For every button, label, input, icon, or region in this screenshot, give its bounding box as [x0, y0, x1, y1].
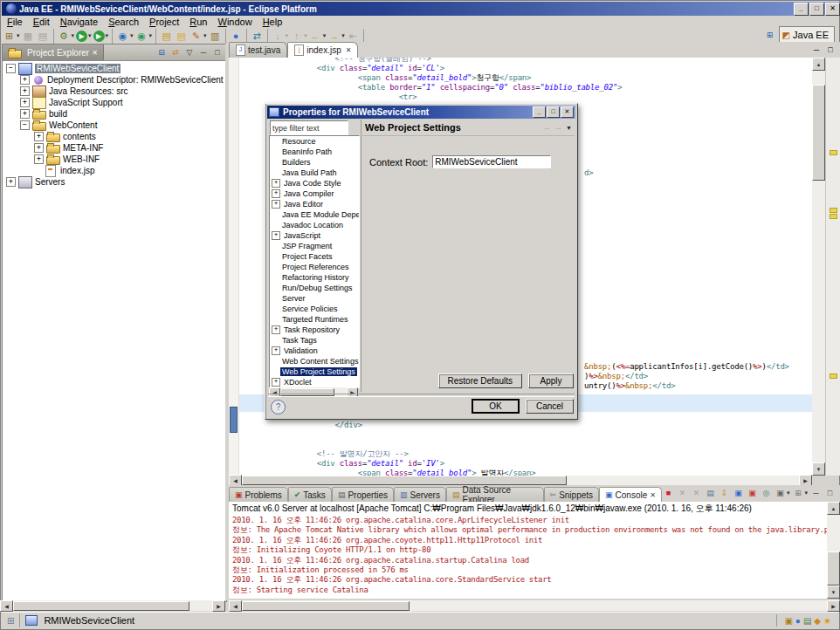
dialog-tree-item-resource[interactable]: Resource: [270, 136, 359, 147]
dropdown-arrow-icon[interactable]: ▾: [88, 32, 92, 39]
run-button[interactable]: ▶▾: [75, 29, 93, 43]
search-icon[interactable]: ●: [795, 616, 801, 626]
scroll-left-arrow[interactable]: ◀: [229, 600, 242, 612]
maximize-editor-icon[interactable]: □: [824, 44, 837, 55]
image-icon[interactable]: ▤: [803, 616, 811, 626]
scroll-thumb[interactable]: [812, 85, 825, 181]
code-line[interactable]: <!-- 청구항(클레임) -->: [239, 58, 807, 64]
scroll-up-arrow[interactable]: ▲: [827, 502, 840, 515]
tree-item-webcontent[interactable]: −WebContent: [3, 120, 226, 131]
scroll-thumb[interactable]: [13, 601, 189, 611]
expand-icon[interactable]: +: [272, 231, 280, 240]
dialog-tree-item-service-policies[interactable]: Service Policies: [270, 304, 359, 314]
dialog-tree-item-java-editor[interactable]: +Java Editor: [270, 199, 359, 209]
show-stderr-button[interactable]: ▣: [746, 486, 759, 500]
occurrence-marker[interactable]: [830, 150, 837, 155]
titlebar[interactable]: Java EE - RMIWebSeviceClient/WebContent/…: [2, 2, 840, 16]
collapse-icon[interactable]: −: [20, 120, 30, 130]
dialog-tree-item-jsp-fragment[interactable]: JSP Fragment: [270, 241, 359, 251]
dropdown-arrow-icon[interactable]: ▾: [203, 32, 207, 39]
scroll-up-arrow[interactable]: ▲: [812, 58, 825, 71]
close-tab-icon[interactable]: ✕: [650, 491, 656, 499]
dialog-tree-item-project-references[interactable]: Project References: [270, 262, 359, 272]
scroll-thumb[interactable]: [242, 601, 410, 611]
dropdown-arrow-icon[interactable]: ▾: [72, 32, 75, 39]
compass-icon[interactable]: ★: [823, 616, 831, 626]
code-line[interactable]: [239, 440, 807, 449]
dropdown-arrow-icon[interactable]: ▾: [304, 32, 307, 39]
scroll-left-arrow[interactable]: ◀: [0, 600, 13, 612]
dialog-tree-item-server[interactable]: Server: [270, 293, 359, 304]
synchronize-button[interactable]: ⇄: [250, 29, 265, 43]
dialog-tree-item-xdoclet[interactable]: +XDoclet: [270, 377, 359, 387]
console-horizontal-scrollbar[interactable]: ◀ ▶: [229, 600, 840, 611]
forward-button[interactable]: →▾: [327, 29, 346, 43]
menu-file[interactable]: File: [2, 16, 28, 28]
dropdown-arrow-icon[interactable]: ▾: [787, 490, 790, 496]
code-line[interactable]: </div>: [239, 421, 807, 430]
minimize-editor-icon[interactable]: ─: [810, 44, 823, 55]
view-tab-tasks[interactable]: ✔Tasks: [288, 487, 332, 502]
menu-run[interactable]: Run: [184, 16, 212, 28]
editor-vertical-scrollbar[interactable]: ▲ ▼: [812, 58, 825, 476]
terminate-button[interactable]: ■: [662, 486, 675, 500]
back-icon[interactable]: ←: [543, 123, 551, 132]
code-line[interactable]: <span class="detail_bold"> 발명자</span>: [239, 469, 807, 476]
collapse-all-icon[interactable]: ⊟: [155, 47, 168, 58]
dropdown-arrow-icon[interactable]: ▾: [106, 32, 109, 39]
console-vertical-scrollbar[interactable]: ▲ ▼: [827, 502, 840, 599]
restore-defaults-button[interactable]: Restore Defaults: [438, 373, 522, 388]
console-line[interactable]: 2010. 1. 16 오후 11:46:26 org.apache.catal…: [229, 556, 840, 565]
code-line[interactable]: <span class="detail_bold">청구항</span>: [239, 73, 807, 83]
palette-icon[interactable]: ◆: [814, 616, 821, 626]
code-fragment[interactable]: )%>&nbsp;</td>: [584, 372, 648, 381]
tree-item-contents[interactable]: +contents: [3, 131, 226, 142]
scroll-thumb[interactable]: [827, 551, 840, 585]
link-with-editor-icon[interactable]: ⇄: [169, 47, 182, 58]
open-console-button[interactable]: ⊞▾: [791, 486, 809, 500]
code-line[interactable]: [239, 430, 807, 440]
console-line[interactable]: 2010. 1. 16 오후 11:46:26 org.apache.catal…: [229, 575, 840, 585]
expand-icon[interactable]: +: [34, 143, 44, 153]
maximize-icon[interactable]: □: [211, 47, 224, 58]
web-browser-button[interactable]: ●: [229, 29, 244, 43]
menu-window[interactable]: Window: [212, 16, 257, 28]
web-service-explorer-button[interactable]: ◉▾: [134, 29, 154, 43]
close-tab-icon[interactable]: ✕: [346, 46, 352, 54]
editor-horizontal-scrollbar[interactable]: ◀ ▶: [229, 476, 812, 485]
expand-icon[interactable]: +: [272, 378, 280, 387]
dialog-tree-item-beaninfo-path[interactable]: BeanInfo Path: [270, 147, 359, 157]
console-line[interactable]: 2010. 1. 16 오후 11:46:26 org.apache.coyot…: [229, 536, 840, 545]
menu-search[interactable]: Search: [103, 16, 144, 28]
dropdown-arrow-icon[interactable]: ▾: [804, 490, 808, 496]
expand-icon[interactable]: +: [34, 154, 44, 164]
dialog-tree-item-java-ee-module-depender[interactable]: Java EE Module Depender: [270, 209, 359, 220]
expand-icon[interactable]: +: [20, 86, 30, 96]
minimize-window-button[interactable]: _: [794, 3, 809, 16]
new-web-service-button[interactable]: ◉▾: [115, 29, 134, 43]
run-history-button[interactable]: ▶▾: [93, 29, 110, 43]
dialog-titlebar[interactable]: Properties for RMIWebSeviceClient _ □ ✕: [267, 106, 575, 119]
expand-icon[interactable]: +: [6, 177, 16, 187]
dialog-tree-item-javascript[interactable]: +JavaScript: [270, 230, 359, 241]
expand-icon[interactable]: +: [20, 109, 30, 119]
dialog-tree-item-builders[interactable]: Builders: [270, 157, 359, 168]
code-fragment[interactable]: untry()%>&nbsp;</td>: [584, 381, 675, 391]
tree-item-java-resources-src[interactable]: +Java Resources: src: [3, 86, 226, 97]
dialog-minimize-button[interactable]: _: [533, 106, 546, 118]
dialog-tree-item-task-tags[interactable]: Task Tags: [270, 335, 359, 346]
dropdown-arrow-icon[interactable]: ▾: [323, 32, 327, 39]
tree-item-servers[interactable]: +Servers: [3, 176, 226, 188]
expand-icon[interactable]: +: [272, 179, 280, 188]
menu-help[interactable]: Help: [258, 16, 288, 28]
tree-item-deployment-descriptor-rmiwebseviceclient[interactable]: +Deployment Descriptor: RMIWebSeviceClie…: [3, 74, 226, 86]
expand-icon[interactable]: +: [272, 200, 280, 209]
dropdown-arrow-icon[interactable]: ▾: [149, 32, 153, 39]
dropdown-arrow-icon[interactable]: ▾: [17, 32, 20, 39]
editor-tab-test-java[interactable]: Jtest.java: [229, 42, 287, 58]
debug-button[interactable]: ⚙▾: [57, 29, 76, 43]
dropdown-arrow-icon[interactable]: ▾: [130, 32, 134, 39]
open-perspective-icon[interactable]: ⊞: [764, 30, 776, 41]
code-line[interactable]: <!-- 발명자/고안자 -->: [239, 449, 807, 459]
annotation-ruler[interactable]: [229, 58, 239, 476]
